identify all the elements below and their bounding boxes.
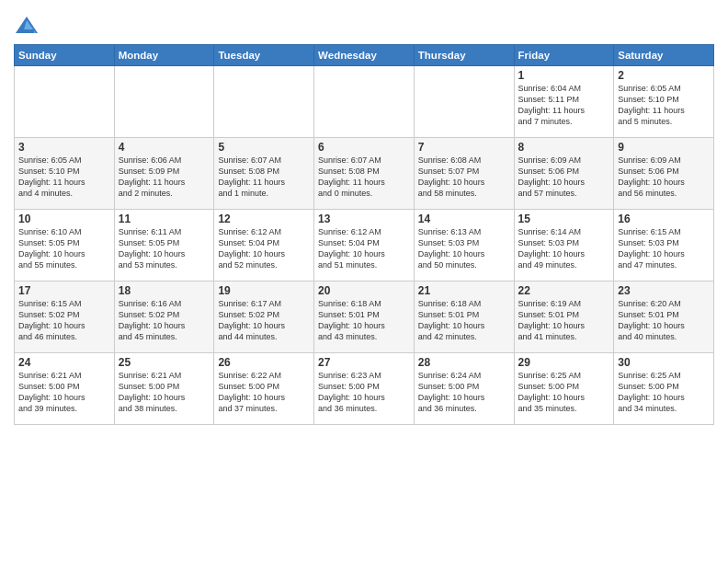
- calendar-cell: 1Sunrise: 6:04 AM Sunset: 5:11 PM Daylig…: [514, 66, 614, 138]
- day-info: Sunrise: 6:11 AM Sunset: 5:05 PM Dayligh…: [119, 226, 210, 271]
- calendar-cell: 22Sunrise: 6:19 AM Sunset: 5:01 PM Dayli…: [514, 282, 614, 353]
- weekday-header-saturday: Saturday: [614, 45, 714, 66]
- week-row-3: 10Sunrise: 6:10 AM Sunset: 5:05 PM Dayli…: [15, 210, 714, 282]
- calendar-cell: 8Sunrise: 6:09 AM Sunset: 5:06 PM Daylig…: [514, 138, 614, 210]
- calendar-cell: 10Sunrise: 6:10 AM Sunset: 5:05 PM Dayli…: [15, 210, 115, 282]
- day-info: Sunrise: 6:18 AM Sunset: 5:01 PM Dayligh…: [418, 298, 510, 343]
- calendar-cell: 17Sunrise: 6:15 AM Sunset: 5:02 PM Dayli…: [15, 282, 115, 353]
- day-number: 1: [518, 69, 610, 82]
- day-number: 19: [218, 284, 310, 297]
- calendar-cell: [214, 66, 314, 138]
- calendar-cell: 5Sunrise: 6:07 AM Sunset: 5:08 PM Daylig…: [214, 138, 314, 210]
- day-info: Sunrise: 6:13 AM Sunset: 5:03 PM Dayligh…: [418, 226, 510, 271]
- week-row-2: 3Sunrise: 6:05 AM Sunset: 5:10 PM Daylig…: [15, 138, 714, 210]
- day-number: 25: [119, 356, 210, 369]
- calendar-cell: 18Sunrise: 6:16 AM Sunset: 5:02 PM Dayli…: [114, 282, 214, 353]
- day-info: Sunrise: 6:25 AM Sunset: 5:00 PM Dayligh…: [518, 370, 610, 415]
- day-number: 8: [518, 141, 610, 154]
- day-info: Sunrise: 6:05 AM Sunset: 5:10 PM Dayligh…: [618, 83, 710, 128]
- day-info: Sunrise: 6:16 AM Sunset: 5:02 PM Dayligh…: [119, 298, 210, 343]
- calendar-cell: [414, 66, 514, 138]
- day-info: Sunrise: 6:12 AM Sunset: 5:04 PM Dayligh…: [318, 226, 410, 271]
- day-info: Sunrise: 6:24 AM Sunset: 5:00 PM Dayligh…: [418, 370, 510, 415]
- day-number: 6: [318, 141, 410, 154]
- day-number: 28: [418, 356, 510, 369]
- logo: [14, 13, 43, 39]
- calendar-cell: 7Sunrise: 6:08 AM Sunset: 5:07 PM Daylig…: [414, 138, 514, 210]
- calendar-cell: [15, 66, 115, 138]
- day-info: Sunrise: 6:15 AM Sunset: 5:03 PM Dayligh…: [618, 226, 710, 271]
- day-info: Sunrise: 6:15 AM Sunset: 5:02 PM Dayligh…: [18, 298, 110, 343]
- day-number: 11: [119, 213, 210, 225]
- calendar-cell: 3Sunrise: 6:05 AM Sunset: 5:10 PM Daylig…: [15, 138, 115, 210]
- day-info: Sunrise: 6:22 AM Sunset: 5:00 PM Dayligh…: [218, 370, 310, 415]
- weekday-header-tuesday: Tuesday: [214, 45, 314, 66]
- week-row-4: 17Sunrise: 6:15 AM Sunset: 5:02 PM Dayli…: [15, 282, 714, 353]
- page: SundayMondayTuesdayWednesdayThursdayFrid…: [0, 0, 728, 434]
- weekday-header-wednesday: Wednesday: [314, 45, 415, 66]
- day-number: 18: [119, 284, 210, 297]
- calendar-cell: 15Sunrise: 6:14 AM Sunset: 5:03 PM Dayli…: [514, 210, 614, 282]
- day-number: 14: [418, 213, 510, 225]
- calendar-cell: 4Sunrise: 6:06 AM Sunset: 5:09 PM Daylig…: [114, 138, 214, 210]
- day-info: Sunrise: 6:09 AM Sunset: 5:06 PM Dayligh…: [618, 155, 710, 200]
- day-number: 4: [119, 141, 210, 154]
- day-number: 20: [318, 284, 410, 297]
- weekday-header-monday: Monday: [114, 45, 214, 66]
- day-info: Sunrise: 6:19 AM Sunset: 5:01 PM Dayligh…: [518, 298, 610, 343]
- day-number: 29: [518, 356, 610, 369]
- day-info: Sunrise: 6:07 AM Sunset: 5:08 PM Dayligh…: [318, 155, 410, 200]
- day-number: 24: [18, 356, 110, 369]
- day-number: 13: [318, 213, 410, 225]
- day-number: 17: [18, 284, 110, 297]
- day-info: Sunrise: 6:14 AM Sunset: 5:03 PM Dayligh…: [518, 226, 610, 271]
- day-number: 12: [218, 213, 310, 225]
- calendar-cell: 12Sunrise: 6:12 AM Sunset: 5:04 PM Dayli…: [214, 210, 314, 282]
- day-info: Sunrise: 6:09 AM Sunset: 5:06 PM Dayligh…: [518, 155, 610, 200]
- day-number: 22: [518, 284, 610, 297]
- day-info: Sunrise: 6:07 AM Sunset: 5:08 PM Dayligh…: [218, 155, 310, 200]
- weekday-header-row: SundayMondayTuesdayWednesdayThursdayFrid…: [15, 45, 714, 66]
- calendar-cell: 25Sunrise: 6:21 AM Sunset: 5:00 PM Dayli…: [114, 353, 214, 425]
- day-number: 9: [618, 141, 710, 154]
- day-number: 5: [218, 141, 310, 154]
- day-info: Sunrise: 6:12 AM Sunset: 5:04 PM Dayligh…: [218, 226, 310, 271]
- day-number: 10: [18, 213, 110, 225]
- calendar-cell: [114, 66, 214, 138]
- calendar-cell: 30Sunrise: 6:25 AM Sunset: 5:00 PM Dayli…: [614, 353, 714, 425]
- calendar-cell: [314, 66, 415, 138]
- header: [14, 9, 714, 39]
- day-info: Sunrise: 6:17 AM Sunset: 5:02 PM Dayligh…: [218, 298, 310, 343]
- calendar-cell: 24Sunrise: 6:21 AM Sunset: 5:00 PM Dayli…: [15, 353, 115, 425]
- weekday-header-thursday: Thursday: [414, 45, 514, 66]
- calendar-cell: 29Sunrise: 6:25 AM Sunset: 5:00 PM Dayli…: [514, 353, 614, 425]
- day-number: 27: [318, 356, 410, 369]
- calendar-cell: 26Sunrise: 6:22 AM Sunset: 5:00 PM Dayli…: [214, 353, 314, 425]
- calendar-cell: 21Sunrise: 6:18 AM Sunset: 5:01 PM Dayli…: [414, 282, 514, 353]
- day-info: Sunrise: 6:21 AM Sunset: 5:00 PM Dayligh…: [119, 370, 210, 415]
- day-number: 23: [618, 284, 710, 297]
- day-info: Sunrise: 6:21 AM Sunset: 5:00 PM Dayligh…: [18, 370, 110, 415]
- day-info: Sunrise: 6:06 AM Sunset: 5:09 PM Dayligh…: [119, 155, 210, 200]
- day-info: Sunrise: 6:20 AM Sunset: 5:01 PM Dayligh…: [618, 298, 710, 343]
- calendar-cell: 19Sunrise: 6:17 AM Sunset: 5:02 PM Dayli…: [214, 282, 314, 353]
- weekday-header-sunday: Sunday: [15, 45, 115, 66]
- day-info: Sunrise: 6:25 AM Sunset: 5:00 PM Dayligh…: [618, 370, 710, 415]
- calendar-cell: 2Sunrise: 6:05 AM Sunset: 5:10 PM Daylig…: [614, 66, 714, 138]
- day-number: 26: [218, 356, 310, 369]
- calendar-cell: 6Sunrise: 6:07 AM Sunset: 5:08 PM Daylig…: [314, 138, 415, 210]
- calendar-table: SundayMondayTuesdayWednesdayThursdayFrid…: [14, 44, 714, 425]
- day-info: Sunrise: 6:04 AM Sunset: 5:11 PM Dayligh…: [518, 83, 610, 128]
- day-number: 21: [418, 284, 510, 297]
- calendar-cell: 9Sunrise: 6:09 AM Sunset: 5:06 PM Daylig…: [614, 138, 714, 210]
- day-number: 30: [618, 356, 710, 369]
- day-info: Sunrise: 6:08 AM Sunset: 5:07 PM Dayligh…: [418, 155, 510, 200]
- calendar-cell: 16Sunrise: 6:15 AM Sunset: 5:03 PM Dayli…: [614, 210, 714, 282]
- weekday-header-friday: Friday: [514, 45, 614, 66]
- calendar-cell: 11Sunrise: 6:11 AM Sunset: 5:05 PM Dayli…: [114, 210, 214, 282]
- calendar-cell: 27Sunrise: 6:23 AM Sunset: 5:00 PM Dayli…: [314, 353, 415, 425]
- day-info: Sunrise: 6:10 AM Sunset: 5:05 PM Dayligh…: [18, 226, 110, 271]
- day-info: Sunrise: 6:23 AM Sunset: 5:00 PM Dayligh…: [318, 370, 410, 415]
- day-number: 2: [618, 69, 710, 82]
- week-row-1: 1Sunrise: 6:04 AM Sunset: 5:11 PM Daylig…: [15, 66, 714, 138]
